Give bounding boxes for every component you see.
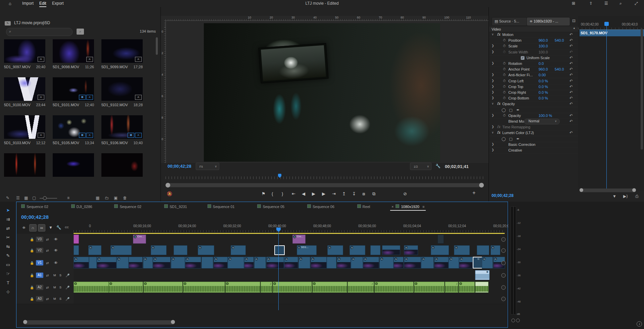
lock-icon[interactable]: 🔒 (30, 297, 34, 301)
track-lane-v2[interactable]: fxfxfxfxfxfxSD1...fxfxfxfxfxfx (74, 245, 504, 256)
clip-card[interactable]: ▦₼5D1_9106.MOV10;40 (101, 115, 143, 139)
captions-icon[interactable]: CC (63, 224, 70, 231)
param-value[interactable]: 100.0 % (539, 114, 552, 118)
menu-edit[interactable]: Edit (39, 1, 46, 6)
menu-export[interactable]: Export (52, 1, 64, 6)
playhead-timecode[interactable]: 00;00;42;28 (168, 164, 191, 169)
sequence-tab-sequence-01[interactable]: Sequence 01 (208, 204, 235, 209)
timeline-scrollbar[interactable] (23, 320, 175, 325)
timeline-clip[interactable] (274, 245, 285, 255)
comparison-view-icon[interactable]: ⧉ (372, 191, 375, 197)
sequence-tab-1080x1920[interactable]: ×1080x1920 ≡ (392, 204, 424, 209)
timeline-audio-clip[interactable]: f (459, 282, 475, 293)
stopwatch-icon[interactable]: ⏱ (503, 38, 506, 42)
timeline-ruler[interactable]: 000;00;16;0000;00;24;0000;00;32;0000;00;… (74, 223, 505, 232)
ripple-edit-tool[interactable]: ⇄ (5, 225, 11, 232)
export-frame-icon[interactable]: ⧇ (362, 191, 365, 197)
reset-icon[interactable]: ↶ (569, 101, 573, 106)
track-header-a3[interactable]: 🔒A3⇄MS🎤 (16, 294, 74, 304)
param-value[interactable]: 0.0 % (539, 85, 548, 89)
scrollbar-knob[interactable] (632, 188, 636, 192)
timeline-clip[interactable]: fx (198, 245, 214, 255)
timeline-clip[interactable]: fx (228, 257, 244, 269)
param-value[interactable]: 960.0 (539, 67, 548, 71)
clip-card[interactable]: ₼5D1_9098.MOV11;26 (53, 39, 94, 63)
track-header-a2[interactable]: 🔒A2⇄MS🎤 (16, 281, 74, 294)
go-to-out-icon[interactable]: ⇥ (332, 191, 336, 196)
timeline-clip[interactable]: fx (449, 257, 459, 269)
timeline-clip[interactable]: fx (311, 257, 327, 269)
step-forward-icon[interactable]: ▶ (322, 191, 325, 196)
keyframe-scrollbar[interactable] (580, 189, 636, 192)
chevron-right-icon[interactable]: ❯ (492, 148, 494, 152)
sync-lock-icon[interactable]: ⇄ (46, 286, 49, 289)
solo-icon[interactable]: S (59, 286, 61, 289)
chevron-down-icon[interactable]: ∨ (492, 131, 494, 134)
automate-to-sequence-icon[interactable]: ▦ (96, 196, 99, 200)
clip-thumbnail[interactable]: ▦₼ (53, 115, 94, 139)
clip-name[interactable]: 5D1_9100.MOV (4, 103, 31, 107)
timeline-clip[interactable]: fx (284, 257, 298, 269)
mark-in-icon[interactable]: { (272, 191, 273, 196)
timeline-clip[interactable]: fx (350, 245, 365, 255)
ec-row-scale-width[interactable]: ❯⏱Scale Width100.0↶ (489, 49, 578, 55)
clip-thumbnail[interactable]: ₼ (53, 39, 94, 63)
ec-row-motion[interactable]: ∨fxMotion↶ (489, 32, 578, 38)
mute-icon[interactable]: M (53, 274, 56, 277)
ec-source-tab[interactable]: ▤ Source · 5... (492, 17, 527, 26)
nest-insert-icon[interactable]: ≑ (20, 224, 27, 231)
timeline-clip[interactable]: fx (231, 245, 245, 255)
reset-icon[interactable]: ↶ (569, 32, 573, 37)
ec-row-crop-bottom[interactable]: ❯⏱Crop Bottom0.0 %↶ (489, 95, 578, 101)
chevron-right-icon[interactable]: ❯ (492, 125, 494, 128)
clip-card[interactable] (53, 153, 94, 177)
ec-mask-tools-row[interactable]: ◯▢✒ (489, 107, 578, 113)
read-only-pencil-icon[interactable]: ✎ (6, 196, 9, 200)
chevron-right-icon[interactable]: ❯ (492, 142, 494, 146)
clip-thumbnail[interactable]: ₼ (4, 39, 45, 63)
sync-lock-icon[interactable]: ⇄ (46, 249, 49, 252)
ec-scrollbar[interactable] (641, 29, 643, 150)
timeline-clip[interactable]: fx (171, 257, 185, 269)
timeline-audio-clip[interactable]: f (109, 282, 143, 293)
split-view-icon[interactable]: ⊟ (572, 18, 576, 23)
timeline-audio-clip[interactable] (475, 282, 489, 293)
sequence-tab-sequence-02[interactable]: Sequence 02 (21, 204, 48, 209)
thumbnail-zoom-knob[interactable] (43, 196, 47, 200)
track-target-v3[interactable]: V3 (36, 237, 43, 242)
clip-thumbnail[interactable]: ₼ (101, 39, 143, 63)
timeline-clip[interactable]: fx (404, 257, 421, 269)
meter-knob[interactable] (511, 319, 515, 322)
stopwatch-icon[interactable]: ⏱ (503, 44, 506, 48)
timeline-clip[interactable]: fx (214, 257, 228, 269)
quick-export-icon[interactable]: ⇧ (589, 1, 593, 6)
track-lane-a3[interactable] (74, 294, 504, 304)
clip-name[interactable]: 5D1_9106.MOV (101, 141, 128, 145)
param-value[interactable]: 0.0 (539, 61, 544, 66)
timeline-audio-clip[interactable]: f (312, 282, 348, 293)
search-bin-icon[interactable]: ⌕ (77, 29, 84, 35)
step-back-icon[interactable]: ◀ (302, 191, 305, 196)
voiceover-mic-icon[interactable]: 🎤 (65, 286, 70, 289)
track-header-v1[interactable]: 🔒V1⇄👁 (16, 256, 74, 270)
chevron-right-icon[interactable]: ❯ (492, 61, 494, 65)
fullscreen-icon[interactable]: ⤢ (635, 1, 638, 6)
timeline-audio-clip[interactable]: ♪ (261, 282, 272, 293)
timeline-clip[interactable]: fx (363, 257, 379, 269)
close-icon[interactable]: × (392, 205, 394, 209)
sequence-tab-reel[interactable]: Reel (357, 204, 370, 209)
clip-name[interactable]: 5D1_9103.MOV (4, 141, 31, 145)
scrollbar-knob[interactable] (171, 320, 175, 324)
timeline-clip[interactable]: fx (379, 257, 394, 269)
timeline-clip[interactable]: fx (431, 245, 449, 255)
reset-icon[interactable]: ↶ (569, 50, 573, 54)
track-height-knob[interactable] (501, 273, 506, 278)
clip-card[interactable] (101, 153, 143, 177)
delete-icon[interactable]: 🗑 (123, 196, 127, 200)
ec-row-scale[interactable]: ❯⏱Scale100.0↶ (489, 43, 578, 49)
clip-thumbnail[interactable]: ▦₼ (53, 77, 94, 101)
timeline-clip[interactable]: fx (151, 245, 167, 255)
info-icon[interactable]: i (637, 321, 642, 327)
ec-row-anchor-point[interactable]: ⏱Anchor Point960.0540.0↶ (489, 67, 578, 73)
track-height-knob[interactable] (501, 248, 506, 253)
